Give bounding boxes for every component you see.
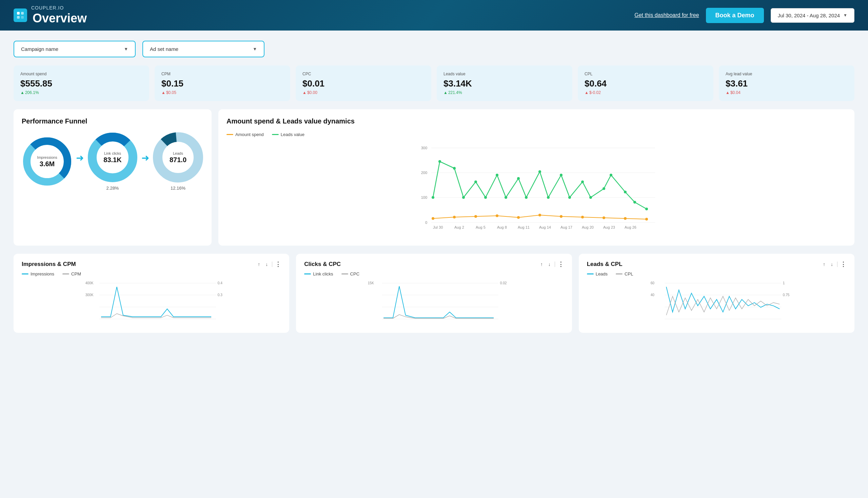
sort-up-button[interactable]: ↑ (256, 261, 262, 268)
arrow-icon: ▲ (161, 90, 165, 95)
svg-point-33 (475, 215, 477, 218)
kpi-label: Leads value (443, 71, 565, 76)
kpi-change: ▲ $-0.02 (585, 90, 707, 95)
filters-row: Campaign name ▼ Ad set name ▼ (14, 41, 854, 57)
arrow-icon: ▲ (303, 90, 307, 95)
svg-text:300K: 300K (85, 293, 94, 297)
funnel-link-clicks: Link clicks 83.1K 2.28% (87, 132, 138, 191)
kpi-row: Amount spend $555.85 ▲ 206.1% CPM $0.15 … (14, 65, 854, 101)
chevron-down-icon: ▼ (124, 47, 128, 52)
legend-leads-value: Leads value (272, 132, 305, 137)
adset-filter[interactable]: Ad set name ▼ (143, 41, 265, 57)
clicks-cpc-card: Clicks & CPC ↑ ↓ ⋮ Link clicks CPC (296, 254, 572, 333)
sort-up-button[interactable]: ↑ (539, 261, 544, 268)
legend-impressions: Impressions (22, 271, 54, 276)
svg-text:Aug 17: Aug 17 (560, 225, 572, 229)
divider (555, 262, 555, 267)
svg-text:0.3: 0.3 (218, 293, 223, 297)
date-range-picker[interactable]: Jul 30, 2024 - Aug 28, 2024 ▼ (771, 8, 854, 23)
svg-text:Jul 30: Jul 30 (433, 225, 443, 229)
chevron-down-icon: ▼ (843, 13, 847, 18)
campaign-filter[interactable]: Campaign name ▼ (14, 41, 136, 57)
kpi-card: Leads value $3.14K ▲ 221.4% (437, 65, 572, 101)
svg-text:0.75: 0.75 (783, 293, 789, 297)
kpi-label: CPL (585, 71, 707, 76)
svg-point-46 (475, 181, 477, 183)
leads-spend-chart-title: Amount spend & Leads value dynamics (227, 117, 846, 125)
divider (272, 262, 272, 267)
impressions-cpm-title: Impressions & CPM (22, 261, 76, 268)
svg-rect-1 (21, 12, 24, 15)
funnel-area: Impressions 3.6M ➜ (22, 132, 203, 191)
leads-cpl-card: Leads & CPL ↑ ↓ ⋮ Leads CPL (579, 254, 854, 333)
funnel-arrow-2: ➜ (142, 152, 149, 163)
svg-text:Aug 8: Aug 8 (497, 225, 507, 229)
legend-cpm: CPM (62, 271, 81, 276)
svg-text:300: 300 (421, 146, 427, 150)
svg-point-47 (484, 196, 487, 199)
sort-down-button[interactable]: ↓ (547, 261, 552, 268)
kpi-value: $3.14K (443, 78, 565, 89)
impressions-cpm-card: Impressions & CPM ↑ ↓ ⋮ Impressions CPM (14, 254, 289, 333)
impressions-cpm-svg: 400K 300K 0.4 0.3 (22, 280, 281, 325)
svg-point-39 (602, 217, 605, 219)
svg-point-35 (517, 216, 520, 219)
leads-cpl-title: Leads & CPL (587, 261, 623, 268)
svg-text:200: 200 (421, 171, 427, 175)
kpi-change: ▲ 221.4% (443, 90, 565, 95)
kpi-card: Amount spend $555.85 ▲ 206.1% (14, 65, 149, 101)
chart-legend: Amount spend Leads value (227, 132, 846, 137)
blue-legend-dot (22, 273, 28, 274)
clicks-cpc-svg: 15K 0.02 (304, 280, 563, 325)
svg-text:60: 60 (650, 281, 654, 285)
svg-point-32 (453, 216, 456, 219)
svg-text:Aug 20: Aug 20 (582, 225, 594, 229)
gray-legend-dot (342, 273, 348, 274)
get-dashboard-link[interactable]: Get this dashboard for free (635, 12, 699, 18)
more-options-button[interactable]: ⋮ (275, 261, 281, 268)
more-options-button[interactable]: ⋮ (558, 261, 564, 268)
kpi-value: $3.61 (725, 78, 847, 89)
legend-cpc: CPC (342, 271, 359, 276)
svg-point-58 (602, 187, 605, 190)
kpi-label: Avg lead value (725, 71, 847, 76)
svg-text:0: 0 (425, 221, 427, 225)
legend-amount-spend: Amount spend (227, 132, 264, 137)
more-options-button[interactable]: ⋮ (840, 261, 846, 268)
kpi-value: $0.01 (303, 78, 425, 89)
logo-area: COUPLER.IO Overview (14, 5, 87, 25)
kpi-value: $555.85 (21, 78, 143, 89)
funnel-title: Performance Funnel (22, 117, 203, 125)
svg-point-59 (610, 174, 612, 176)
svg-point-56 (581, 181, 584, 183)
svg-text:Aug 23: Aug 23 (603, 225, 615, 229)
svg-point-61 (633, 201, 636, 204)
svg-point-41 (645, 218, 648, 221)
legend-cpl: CPL (616, 271, 633, 276)
page-title: Overview (32, 11, 87, 25)
book-demo-button[interactable]: Book a Demo (706, 8, 764, 23)
svg-text:15K: 15K (368, 281, 374, 285)
kpi-card: CPL $0.64 ▲ $-0.02 (578, 65, 713, 101)
svg-text:Aug 14: Aug 14 (539, 225, 551, 229)
svg-point-53 (547, 196, 550, 199)
main-content: Campaign name ▼ Ad set name ▼ Amount spe… (0, 30, 868, 343)
chevron-down-icon: ▼ (253, 47, 257, 52)
funnel-impressions: Impressions 3.6M (22, 136, 72, 187)
svg-text:100: 100 (421, 195, 427, 199)
green-legend-dot (272, 134, 279, 135)
kpi-value: $0.15 (161, 78, 283, 89)
bottom-charts-row: Impressions & CPM ↑ ↓ ⋮ Impressions CPM (14, 254, 854, 333)
svg-point-34 (496, 214, 498, 217)
svg-point-38 (581, 216, 584, 219)
kpi-card: CPM $0.15 ▲ $0.05 (155, 65, 290, 101)
sort-down-button[interactable]: ↓ (829, 261, 834, 268)
gray-legend-dot (616, 273, 623, 274)
arrow-icon: ▲ (725, 90, 730, 95)
sort-up-button[interactable]: ↑ (822, 261, 827, 268)
svg-point-54 (560, 174, 562, 176)
blue-legend-dot (304, 273, 311, 274)
arrow-icon: ▲ (21, 90, 24, 95)
sort-down-button[interactable]: ↓ (264, 261, 269, 268)
app-header: COUPLER.IO Overview Get this dashboard f… (0, 0, 868, 30)
